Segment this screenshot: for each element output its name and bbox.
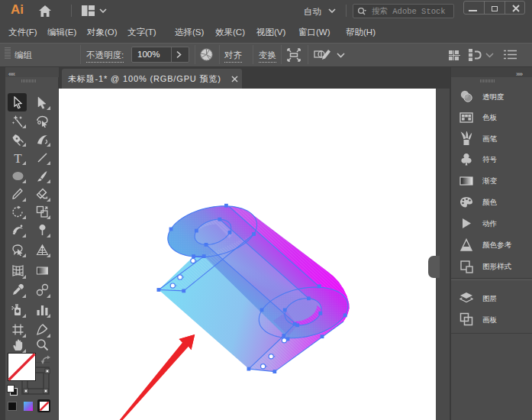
svg-text:T: T — [14, 151, 22, 164]
